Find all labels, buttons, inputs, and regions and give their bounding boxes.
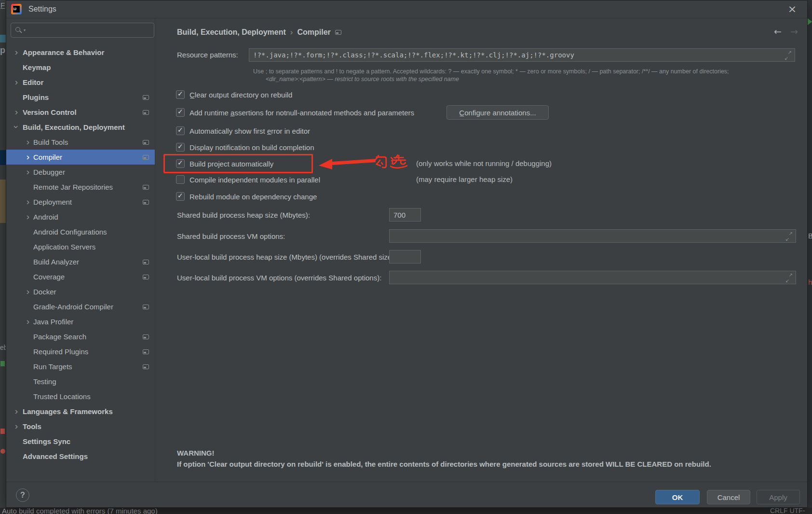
breadcrumb-parent[interactable]: Build, Execution, Deployment [177,28,286,37]
screen: F pp eb B h Auto build completed with er… [0,0,812,514]
cancel-button[interactable]: Cancel [707,490,750,504]
resource-patterns-hint-line1: Use ; to separate patterns and ! to nega… [253,68,729,75]
sidebar-item-java-profiler[interactable]: Java Profiler [6,314,155,329]
sidebar-item-settings-sync[interactable]: Settings Sync [6,434,155,449]
back-icon[interactable]: ← [772,26,784,37]
checkbox-icon[interactable] [176,159,185,168]
note-only-works-while-not-running: (only works while not running / debuggin… [416,159,552,167]
dialog-title: Settings [28,5,56,14]
search-options-caret-icon[interactable]: ▾ [24,28,26,32]
chevron-right-icon[interactable] [13,46,20,58]
chevron-right-icon[interactable] [13,405,20,417]
expand-field-icon[interactable] [785,52,792,59]
chevron-right-icon[interactable] [25,151,31,163]
shared-heap-size-input[interactable]: 700 [389,208,421,222]
settings-search-input[interactable]: ▾ [11,23,154,38]
breadcrumb-separator: › [290,28,293,37]
sidebar-item-deployment[interactable]: Deployment [6,194,155,209]
sidebar-item-build-analyzer[interactable]: Build Analyzer [6,254,155,269]
background-red-icon-fragment [0,429,5,434]
chevron-right-icon[interactable] [13,420,20,432]
sidebar-item-gradle-android-compiler[interactable]: Gradle-Android Compiler [6,299,155,314]
checkbox-clear-output-directory[interactable]: C̲lear output directory on rebuild [176,89,292,100]
sidebar-item-build-execution-deployment[interactable]: Build, Execution, Deployment [6,120,155,135]
sidebar-item-version-control[interactable]: Version Control [6,105,155,120]
project-level-icon [143,260,149,264]
sidebar-item-compiler[interactable]: Compiler [6,150,155,165]
ok-button[interactable]: OK [655,490,700,504]
callout-char-gou [372,153,388,171]
background-text-fragment: h [808,278,812,286]
background-red-circle-fragment [0,449,5,454]
sidebar-item-testing[interactable]: Testing [6,374,155,389]
chevron-right-icon[interactable] [25,166,31,178]
checkbox-icon[interactable] [176,143,185,152]
sidebar-item-trusted-locations[interactable]: Trusted Locations [6,389,155,404]
checkbox-icon[interactable] [176,175,185,184]
forward-icon[interactable]: → [788,26,800,37]
sidebar-item-android-configurations[interactable]: Android Configurations [6,224,155,239]
checkbox-icon[interactable] [176,192,185,201]
checkbox-show-first-error[interactable]: Automatically show first e̲rror in edito… [176,125,310,137]
checkbox-rebuild-module-on-dependency-change[interactable]: Rebuild module on dependency change [176,191,317,202]
sidebar-item-application-servers[interactable]: Application Servers [6,239,155,254]
breadcrumb: Build, Execution, Deployment › Compiler [177,27,341,38]
close-icon[interactable] [786,3,798,15]
sidebar-item-android[interactable]: Android [6,209,155,224]
sidebar-item-coverage[interactable]: Coverage [6,269,155,284]
sidebar-item-run-targets[interactable]: Run Targets [6,359,155,374]
sidebar-item-appearance-behavior[interactable]: Appearance & Behavior [6,45,155,60]
chevron-right-icon[interactable] [25,315,31,328]
callout-char-xuan [390,153,408,171]
sidebar-item-remote-jar-repositories[interactable]: Remote Jar Repositories [6,180,155,194]
user-local-vm-options-label: User-local build process VM options (ove… [177,274,381,282]
run-icon-fragment [808,18,812,25]
sidebar-item-required-plugins[interactable]: Required Plugins [6,344,155,359]
sidebar-item-advanced-settings[interactable]: Advanced Settings [6,449,155,464]
chevron-right-icon[interactable] [25,195,31,208]
chevron-down-icon[interactable] [13,121,20,133]
sidebar-item-languages-frameworks[interactable]: Languages & Frameworks [6,404,155,419]
search-icon [15,27,22,34]
project-level-icon [143,364,149,369]
user-local-heap-size-input[interactable] [389,250,421,264]
dialog-footer: ? OK Cancel Apply [6,482,807,508]
chevron-right-icon[interactable] [25,285,31,298]
checkbox-icon[interactable] [176,126,185,135]
chevron-right-icon[interactable] [13,76,20,88]
resource-patterns-input[interactable]: !?*.java;!?*.form;!?*.class;!?*.scala;!?… [249,48,795,62]
intellij-logo-icon [11,4,22,14]
sidebar-item-keymap[interactable]: Keymap [6,60,155,75]
sidebar-item-docker[interactable]: Docker [6,284,155,299]
expand-field-icon[interactable] [785,233,793,240]
configure-annotations-button[interactable]: C̲onfigure annotations... [447,105,549,120]
sidebar-item-package-search[interactable]: Package Search [6,329,155,344]
checkbox-icon[interactable] [176,108,185,117]
background-menu-fragment: F [0,1,5,9]
sidebar-item-tools[interactable]: Tools [6,419,155,434]
breadcrumb-current[interactable]: Compiler [297,28,330,37]
shared-vm-options-label: Shared build process VM options: [177,232,285,240]
sidebar-item-build-tools[interactable]: Build Tools [6,135,155,150]
user-local-vm-options-input[interactable] [389,271,796,284]
background-text-fragment: B [808,232,812,240]
background-text-fragment: pp [0,45,6,56]
shared-vm-options-input[interactable] [389,229,796,243]
project-level-icon [143,349,149,354]
sidebar-item-plugins[interactable]: Plugins [6,90,155,105]
sidebar-item-debugger[interactable]: Debugger [6,165,155,180]
help-button[interactable]: ? [16,488,29,502]
chevron-right-icon[interactable] [13,106,20,118]
project-level-icon [143,305,149,309]
expand-field-icon[interactable] [785,274,793,281]
chevron-right-icon[interactable] [25,210,31,223]
checkbox-add-runtime-assertions[interactable]: Add runtime a̲ssertions for notnull-anno… [176,107,414,118]
sidebar-item-editor[interactable]: Editor [6,75,155,90]
status-build-message: Auto build completed with errors (7 minu… [2,508,158,514]
checkbox-compile-independent-modules[interactable]: Compile independent modules in parallel [176,174,320,185]
checkbox-build-project-automatically[interactable]: Build project automatically [176,158,273,169]
chevron-right-icon[interactable] [25,136,31,148]
note-may-require-larger-heap: (may require larger heap size) [416,175,513,183]
checkbox-icon[interactable] [176,90,185,99]
checkbox-display-notification[interactable]: Display notification on build completion [176,141,314,153]
